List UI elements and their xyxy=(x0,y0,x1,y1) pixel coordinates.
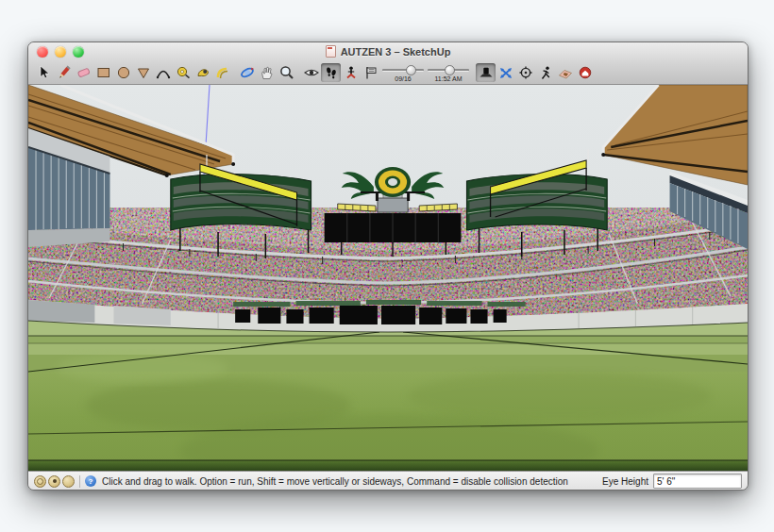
status-hint-text: Click and drag to walk. Option = run, Sh… xyxy=(102,476,602,487)
slider-track xyxy=(382,69,424,72)
sketchup-window: AUTZEN 3 – SketchUp xyxy=(27,42,749,490)
stadium-scene: O xyxy=(28,85,748,471)
hand-icon xyxy=(259,65,276,80)
status-coin-icon-1[interactable] xyxy=(34,475,46,488)
slider-thumb[interactable] xyxy=(445,65,455,75)
follow-me-tool-button[interactable] xyxy=(193,63,212,82)
warehouse-icon xyxy=(577,65,594,80)
statusbar: ? Click and drag to walk. Option = run, … xyxy=(28,472,748,490)
shadow-time-label: 11:52 AM xyxy=(426,75,471,82)
follow-me-icon xyxy=(194,65,211,80)
running-figure-icon xyxy=(537,65,554,80)
pan-tool-button[interactable] xyxy=(257,63,277,82)
walk-tool-button[interactable] xyxy=(321,63,341,82)
line-tool-button[interactable] xyxy=(54,63,74,82)
offset-tool-button[interactable] xyxy=(212,63,232,82)
eye-height-input[interactable] xyxy=(653,474,742,489)
look-around-tool-button[interactable] xyxy=(301,63,321,82)
warehouse-button[interactable] xyxy=(575,63,595,82)
tape-measure-icon xyxy=(175,65,192,80)
photo-texture-button[interactable] xyxy=(555,63,575,82)
position-camera-icon xyxy=(343,65,360,80)
eye-icon xyxy=(303,65,320,80)
shadow-date-label: 09/16 xyxy=(380,75,426,82)
run-walkthrough-button[interactable] xyxy=(535,63,555,82)
orbit-tool-button[interactable] xyxy=(237,63,257,82)
tape-measure-tool-button[interactable] xyxy=(173,63,193,82)
stage-tool-button[interactable] xyxy=(476,63,496,82)
zoom-tool-button[interactable] xyxy=(277,63,296,82)
circle-icon xyxy=(115,65,132,80)
shadows-flag-button[interactable] xyxy=(361,63,380,82)
window-title: AUTZEN 3 – SketchUp xyxy=(28,45,748,58)
slider-thumb[interactable] xyxy=(406,65,416,75)
document-icon xyxy=(326,45,336,58)
field xyxy=(28,319,748,471)
flag-icon xyxy=(362,65,379,80)
toolbar: 09/16 11:52 AM xyxy=(28,61,748,84)
stage-icon xyxy=(478,65,495,80)
status-coin-icon-2[interactable] xyxy=(48,475,60,488)
rectangle-icon xyxy=(95,65,112,80)
orbit-icon xyxy=(239,65,256,80)
footprints-icon xyxy=(323,65,340,80)
target-compass-icon xyxy=(517,65,534,80)
eraser-tool-button[interactable] xyxy=(74,63,93,82)
arc-tool-button[interactable] xyxy=(153,63,173,82)
arc-icon xyxy=(155,65,172,80)
near-field-edge xyxy=(28,460,748,471)
select-arrow-icon xyxy=(36,65,53,80)
position-target-button[interactable] xyxy=(515,63,535,82)
position-camera-tool-button[interactable] xyxy=(341,63,361,82)
shadow-date-slider[interactable]: 09/16 xyxy=(380,63,426,82)
status-coin-icon-3[interactable] xyxy=(62,475,75,488)
circle-tool-button[interactable] xyxy=(113,63,133,82)
shadow-time-slider[interactable]: 11:52 AM xyxy=(426,63,471,82)
pencil-icon xyxy=(56,65,73,80)
window-chrome: AUTZEN 3 – SketchUp xyxy=(28,42,748,85)
rectangle-tool-button[interactable] xyxy=(93,63,113,82)
titlebar[interactable]: AUTZEN 3 – SketchUp xyxy=(28,42,748,61)
eraser-icon xyxy=(76,65,93,80)
move-axes-button[interactable] xyxy=(496,63,515,82)
triangle-icon xyxy=(135,65,152,80)
photo-texture-icon xyxy=(557,65,574,80)
magnifier-icon xyxy=(278,65,295,80)
polygon-tool-button[interactable] xyxy=(133,63,153,82)
blue-cross-arrows-icon xyxy=(497,65,514,80)
divider xyxy=(79,475,80,488)
offset-icon xyxy=(214,65,231,80)
help-icon[interactable]: ? xyxy=(85,475,96,487)
eye-height-label: Eye Height xyxy=(602,476,648,487)
select-tool-button[interactable] xyxy=(34,63,54,82)
model-viewport[interactable]: O xyxy=(28,85,748,472)
